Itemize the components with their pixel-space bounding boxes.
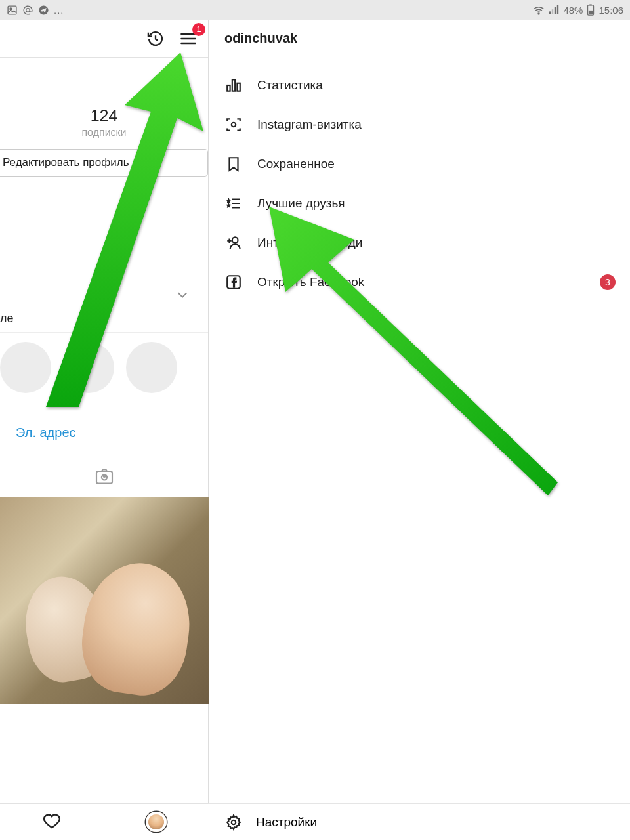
post-thumbnail[interactable] <box>0 497 209 704</box>
at-icon <box>22 5 33 16</box>
svg-rect-18 <box>227 85 230 91</box>
facebook-badge: 3 <box>600 274 616 290</box>
svg-point-29 <box>232 820 236 824</box>
svg-rect-7 <box>555 7 556 14</box>
menu-nametag[interactable]: Instagram-визитка <box>209 105 630 144</box>
gear-icon <box>224 813 243 831</box>
svg-point-21 <box>232 123 236 127</box>
bookmark-icon <box>224 155 243 173</box>
menu-label: Статистика <box>257 78 323 93</box>
stats-icon <box>224 76 243 94</box>
heart-icon[interactable] <box>42 811 62 833</box>
svg-rect-11 <box>589 10 593 14</box>
svg-rect-0 <box>8 6 16 14</box>
profile-top-bar: 1 <box>0 20 208 58</box>
svg-rect-5 <box>549 11 551 14</box>
status-bar: ... 48% 15:06 <box>0 0 630 20</box>
email-link[interactable]: Эл. адрес <box>16 425 76 440</box>
svg-point-25 <box>232 237 238 243</box>
battery-percent: 48% <box>563 5 583 16</box>
menu-label: Лучшие друзья <box>257 196 345 211</box>
svg-point-4 <box>538 13 539 14</box>
settings-label: Настройки <box>256 815 317 830</box>
star-list-icon <box>224 194 243 213</box>
highlight-section-label: ле <box>0 308 208 333</box>
menu-close-friends[interactable]: Лучшие друзья <box>209 184 630 223</box>
drawer-username: odinchuvak <box>209 20 630 58</box>
svg-point-17 <box>103 474 105 476</box>
svg-rect-8 <box>557 5 558 14</box>
tagged-tab[interactable] <box>0 455 208 497</box>
menu-badge: 1 <box>192 23 205 36</box>
add-person-icon <box>224 234 243 252</box>
svg-rect-20 <box>237 83 240 91</box>
followings-count: 124 <box>0 106 208 125</box>
menu-label: Instagram-визитка <box>257 117 362 132</box>
signal-icon <box>549 5 559 15</box>
more-dots: ... <box>54 5 64 16</box>
svg-rect-10 <box>590 4 593 5</box>
menu-settings[interactable]: Настройки <box>209 803 630 840</box>
svg-rect-19 <box>232 79 235 91</box>
followings-label: подписки <box>0 127 208 138</box>
nametag-icon <box>224 116 243 134</box>
menu-label: Сохраненное <box>257 157 335 171</box>
menu-discover-people[interactable]: Интересные люди <box>209 223 630 262</box>
side-drawer: odinchuvak Статистика Instagram-визитка … <box>209 20 630 840</box>
menu-open-facebook[interactable]: Открыть Facebook 3 <box>209 262 630 302</box>
wifi-icon <box>533 5 545 15</box>
menu-label: Интересные люди <box>257 236 362 250</box>
facebook-icon <box>224 273 243 291</box>
story-highlights-row <box>0 333 208 408</box>
followings-stat[interactable]: 124 подписки <box>0 58 208 138</box>
edit-profile-button[interactable]: Редактировать профиль <box>0 149 208 177</box>
story-highlight[interactable] <box>0 342 51 393</box>
menu-statistics[interactable]: Статистика <box>209 66 630 105</box>
history-icon[interactable] <box>146 30 165 48</box>
battery-icon <box>587 4 595 16</box>
bottom-nav <box>0 803 209 840</box>
profile-tab-avatar[interactable] <box>146 812 167 832</box>
story-highlight[interactable] <box>126 342 177 393</box>
menu-label: Открыть Facebook <box>257 275 364 289</box>
telegram-icon <box>38 5 49 16</box>
clock: 15:06 <box>598 5 623 16</box>
expand-toggle[interactable] <box>0 282 208 308</box>
svg-rect-6 <box>552 9 553 14</box>
gallery-icon <box>7 5 18 16</box>
svg-point-2 <box>26 8 30 12</box>
story-highlight[interactable] <box>63 342 114 393</box>
profile-pane: 1 124 подписки Редактировать профиль ле … <box>0 20 209 840</box>
menu-button[interactable]: 1 <box>179 30 198 48</box>
menu-saved[interactable]: Сохраненное <box>209 144 630 184</box>
svg-point-1 <box>10 7 12 9</box>
